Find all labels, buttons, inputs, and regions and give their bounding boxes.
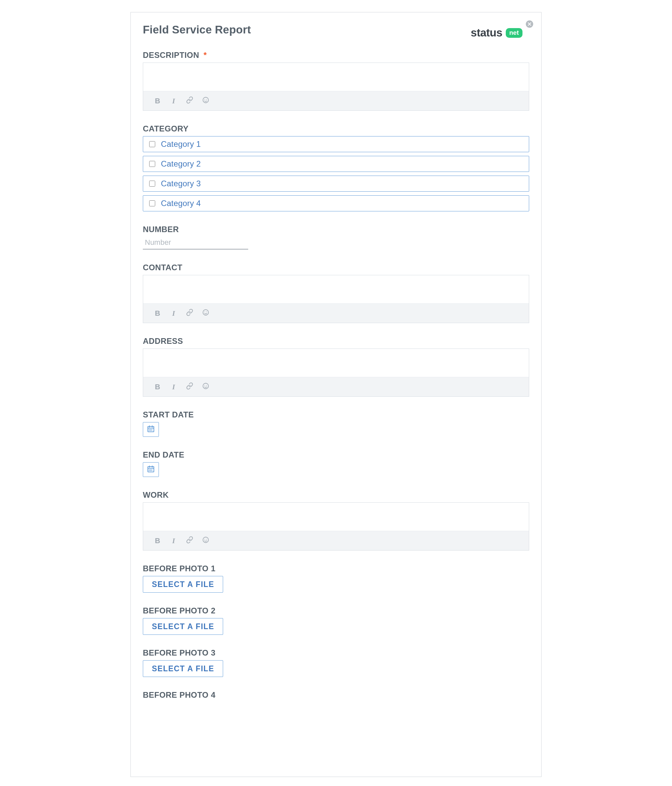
brand-status-text: status [471, 27, 502, 39]
emoji-button[interactable] [201, 309, 210, 318]
link-button[interactable] [185, 536, 194, 545]
svg-point-6 [205, 311, 205, 312]
link-button[interactable] [185, 309, 194, 318]
before-photo-3-label: BEFORE PHOTO 3 [143, 648, 529, 657]
address-label: ADDRESS [143, 336, 529, 346]
svg-point-2 [203, 97, 209, 103]
emoji-icon [202, 96, 209, 106]
category-item-1[interactable]: Category 1 [143, 136, 529, 152]
close-button[interactable] [526, 20, 533, 28]
svg-point-3 [205, 99, 205, 100]
before-photo-4-section: BEFORE PHOTO 4 [143, 690, 529, 700]
bold-button[interactable]: B [153, 309, 162, 318]
svg-point-10 [206, 385, 207, 386]
number-section: NUMBER [143, 225, 529, 250]
emoji-button[interactable] [201, 536, 210, 545]
italic-button[interactable]: I [169, 383, 178, 391]
link-icon [186, 309, 194, 318]
italic-button[interactable]: I [169, 97, 178, 105]
work-toolbar: B I [143, 531, 529, 550]
end-date-section: END DATE [143, 450, 529, 477]
brand: status net [471, 27, 522, 39]
link-button[interactable] [185, 383, 194, 391]
svg-point-5 [203, 310, 209, 315]
emoji-icon [202, 536, 209, 545]
before-photo-1-button[interactable]: SELECT A FILE [143, 576, 223, 593]
work-input[interactable] [143, 503, 529, 531]
svg-point-27 [206, 539, 207, 539]
italic-button[interactable]: I [169, 536, 178, 545]
brand-net-badge: net [506, 28, 523, 38]
contact-label: CONTACT [143, 263, 529, 272]
svg-rect-18 [148, 467, 154, 472]
description-toolbar: B I [143, 91, 529, 110]
end-date-label: END DATE [143, 450, 529, 459]
svg-point-9 [205, 385, 205, 386]
before-photo-3-section: BEFORE PHOTO 3 SELECT A FILE [143, 648, 529, 677]
link-icon [186, 382, 194, 391]
before-photo-3-button[interactable]: SELECT A FILE [143, 660, 223, 677]
contact-toolbar: B I [143, 303, 529, 323]
emoji-icon [202, 309, 209, 318]
contact-input[interactable] [143, 275, 529, 303]
link-icon [186, 536, 194, 545]
before-photo-2-section: BEFORE PHOTO 2 SELECT A FILE [143, 606, 529, 635]
svg-point-8 [203, 383, 209, 389]
before-photo-4-label: BEFORE PHOTO 4 [143, 690, 529, 700]
address-editor: B I [143, 349, 529, 397]
end-date-button[interactable] [143, 462, 159, 477]
start-date-section: START DATE [143, 410, 529, 437]
category-item-4[interactable]: Category 4 [143, 195, 529, 211]
before-photo-1-label: BEFORE PHOTO 1 [143, 564, 529, 573]
contact-section: CONTACT B I [143, 263, 529, 323]
description-section: DESCRIPTION * B I [143, 50, 529, 111]
number-label: NUMBER [143, 225, 529, 234]
link-button[interactable] [185, 97, 194, 105]
bold-button[interactable]: B [153, 536, 162, 545]
svg-point-26 [205, 539, 205, 539]
calendar-icon [147, 465, 155, 474]
modal-inner: Field Service Report status net DESCRIPT… [131, 13, 541, 700]
category-checkbox-3[interactable] [149, 181, 155, 187]
link-icon [186, 96, 194, 106]
calendar-icon [147, 425, 155, 434]
before-photo-1-section: BEFORE PHOTO 1 SELECT A FILE [143, 564, 529, 593]
number-input[interactable] [143, 237, 248, 250]
category-checkbox-4[interactable] [149, 200, 155, 206]
category-checkbox-2[interactable] [149, 161, 155, 167]
svg-point-4 [206, 99, 207, 100]
start-date-button[interactable] [143, 422, 159, 437]
category-item-2[interactable]: Category 2 [143, 156, 529, 172]
bold-button[interactable]: B [153, 97, 162, 105]
svg-point-25 [203, 537, 209, 542]
svg-point-7 [206, 311, 207, 312]
category-label-4: Category 4 [161, 199, 201, 208]
category-label-1: Category 1 [161, 140, 201, 149]
emoji-button[interactable] [201, 383, 210, 391]
description-label-text: DESCRIPTION [143, 50, 199, 60]
description-editor: B I [143, 63, 529, 111]
svg-rect-11 [148, 426, 154, 432]
italic-button[interactable]: I [169, 309, 178, 318]
description-input[interactable] [143, 63, 529, 91]
page-title: Field Service Report [143, 24, 251, 36]
before-photo-2-button[interactable]: SELECT A FILE [143, 618, 223, 635]
category-item-3[interactable]: Category 3 [143, 176, 529, 192]
work-editor: B I [143, 502, 529, 550]
header: Field Service Report status net [143, 19, 529, 39]
address-toolbar: B I [143, 377, 529, 396]
address-input[interactable] [143, 349, 529, 377]
category-list: Category 1 Category 2 Category 3 Categor… [143, 136, 529, 211]
bold-button[interactable]: B [153, 383, 162, 391]
contact-editor: B I [143, 275, 529, 323]
emoji-button[interactable] [201, 97, 210, 105]
category-checkbox-1[interactable] [149, 141, 155, 147]
before-photo-2-label: BEFORE PHOTO 2 [143, 606, 529, 615]
address-section: ADDRESS B I [143, 336, 529, 397]
category-section: CATEGORY Category 1 Category 2 Category … [143, 124, 529, 211]
emoji-icon [202, 382, 209, 391]
description-label: DESCRIPTION * [143, 50, 529, 60]
start-date-label: START DATE [143, 410, 529, 420]
work-label: WORK [143, 490, 529, 500]
modal: Field Service Report status net DESCRIPT… [131, 12, 541, 777]
